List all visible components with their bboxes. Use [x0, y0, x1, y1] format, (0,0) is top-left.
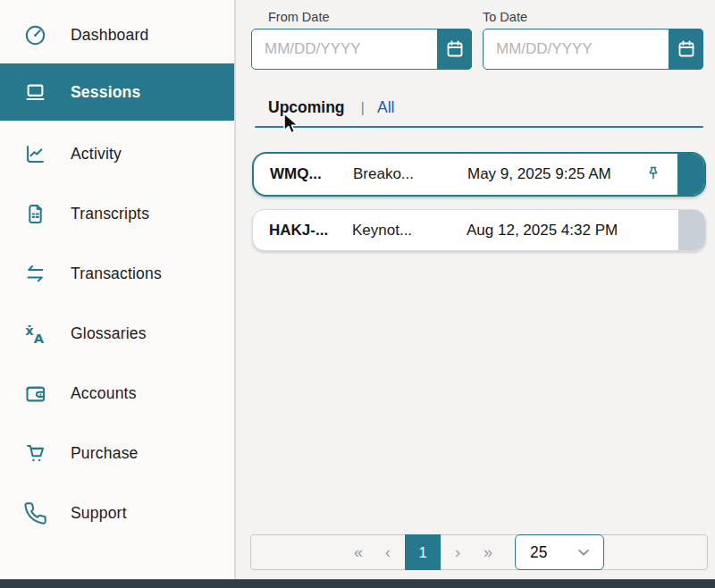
- sidebar-item-label: Activity: [71, 145, 122, 164]
- session-row-pinned[interactable]: WMQ... Breako... May 9, 2025 9:25 AM: [252, 152, 706, 197]
- calendar-icon: [444, 38, 466, 60]
- pagination-first-button[interactable]: «: [354, 544, 362, 560]
- support-phone-icon: [23, 501, 47, 525]
- from-date-label: From Date: [268, 10, 330, 24]
- from-date-input[interactable]: [252, 29, 435, 69]
- sidebar-item-label: Support: [71, 504, 127, 523]
- to-date-label: To Date: [483, 10, 527, 24]
- sidebar-item-label: Sessions: [71, 83, 140, 102]
- session-code: HAKJ-...: [269, 222, 352, 239]
- session-code: WMQ...: [270, 165, 353, 183]
- pagination-bar: « ‹ 1 › » 25: [250, 534, 708, 570]
- sidebar-item-label: Transactions: [71, 265, 162, 283]
- sidebar-item-transactions[interactable]: Transactions: [0, 256, 234, 290]
- page-size-select[interactable]: 25: [515, 534, 604, 570]
- sidebar-item-activity[interactable]: Activity: [0, 137, 234, 171]
- from-date-calendar-button[interactable]: [437, 29, 472, 70]
- sidebar-item-label: Transcripts: [71, 205, 149, 223]
- chevron-down-icon: [575, 543, 593, 561]
- sidebar-item-label: Glossaries: [71, 324, 147, 343]
- session-tabs: Upcoming | All: [268, 98, 394, 117]
- purchase-cart-icon: [23, 441, 47, 466]
- to-date-field: [483, 29, 703, 70]
- window-bottom-bar: [0, 579, 715, 588]
- to-date-input[interactable]: [484, 29, 667, 69]
- accounts-wallet-icon: [23, 382, 47, 406]
- session-row-accent-cap: [678, 210, 705, 250]
- pagination-current-page[interactable]: 1: [405, 534, 441, 570]
- pagination-next-button[interactable]: ›: [455, 544, 460, 560]
- sidebar-item-dashboard[interactable]: Dashboard: [0, 18, 234, 52]
- tab-all[interactable]: All: [377, 98, 394, 117]
- sidebar-item-accounts[interactable]: Accounts: [0, 376, 234, 410]
- sidebar: Dashboard Sessions Activity: [0, 0, 234, 579]
- sidebar-item-transcripts[interactable]: Transcripts: [0, 197, 234, 231]
- calendar-icon: [676, 38, 697, 60]
- sidebar-item-support[interactable]: Support: [0, 496, 234, 530]
- activity-chart-icon: [23, 142, 47, 166]
- sidebar-item-label: Accounts: [71, 384, 137, 403]
- sessions-laptop-icon: [23, 80, 47, 105]
- sidebar-item-purchase[interactable]: Purchase: [0, 436, 234, 470]
- tab-upcoming[interactable]: Upcoming: [268, 98, 345, 117]
- session-datetime: May 9, 2025 9:25 AM: [467, 165, 640, 183]
- svg-text:ẋ: ẋ: [25, 322, 34, 337]
- sidebar-item-glossaries[interactable]: ẋ A Glossaries: [0, 316, 234, 350]
- page-size-value: 25: [530, 543, 547, 562]
- tab-underline: [255, 126, 703, 128]
- transactions-arrows-icon: [23, 262, 47, 286]
- transcripts-document-icon: [23, 202, 47, 226]
- pagination-prev-button[interactable]: ‹: [385, 544, 391, 560]
- session-row-accent-cap: [677, 154, 704, 195]
- glossaries-translate-icon: ẋ A: [23, 322, 47, 346]
- session-row[interactable]: HAKJ-... Keynot... Aug 12, 2025 4:32 PM: [252, 209, 706, 251]
- sidebar-item-sessions[interactable]: Sessions: [0, 63, 234, 121]
- from-date-field: [251, 29, 472, 70]
- svg-text:A: A: [34, 330, 45, 345]
- main-panel: From Date To Date Upcoming | All: [236, 0, 715, 579]
- session-datetime: Aug 12, 2025 4:32 PM: [467, 222, 641, 239]
- sidebar-item-label: Purchase: [71, 444, 139, 463]
- pagination-last-button[interactable]: »: [484, 544, 492, 560]
- to-date-calendar-button[interactable]: [669, 29, 703, 70]
- dashboard-gauge-icon: [23, 23, 47, 47]
- app-window: Dashboard Sessions Activity: [0, 0, 715, 588]
- sidebar-item-label: Dashboard: [71, 26, 148, 45]
- tab-separator: |: [361, 99, 365, 117]
- pin-icon[interactable]: [640, 164, 667, 184]
- session-title: Breako...: [353, 165, 467, 183]
- session-title: Keynot...: [352, 222, 467, 239]
